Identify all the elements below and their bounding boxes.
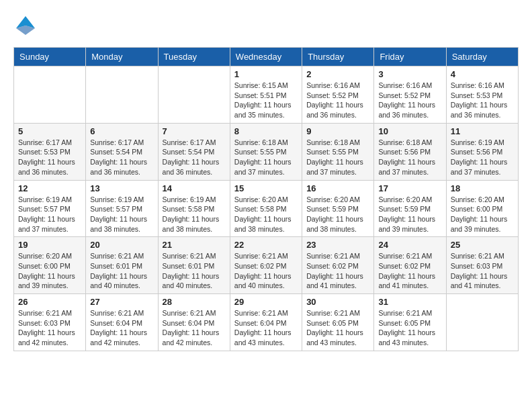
day-info: Sunrise: 6:18 AMSunset: 5:55 PMDaylight:… <box>306 138 369 177</box>
day-info: Sunrise: 6:21 AMSunset: 6:05 PMDaylight:… <box>378 308 441 348</box>
day-cell: 22Sunrise: 6:21 AMSunset: 6:02 PMDayligh… <box>230 237 302 294</box>
day-number: 24 <box>378 240 441 250</box>
day-cell: 26Sunrise: 6:21 AMSunset: 6:03 PMDayligh… <box>14 294 86 351</box>
day-number: 23 <box>306 240 369 250</box>
day-cell: 20Sunrise: 6:21 AMSunset: 6:01 PMDayligh… <box>86 237 158 294</box>
day-number: 21 <box>163 240 226 250</box>
day-info: Sunrise: 6:17 AMSunset: 5:54 PMDaylight:… <box>163 138 226 177</box>
day-cell: 3Sunrise: 6:16 AMSunset: 5:52 PMDaylight… <box>374 66 446 124</box>
logo-icon <box>13 13 38 38</box>
day-info: Sunrise: 6:20 AMSunset: 5:59 PMDaylight:… <box>306 195 369 234</box>
weekday-header-wednesday: Wednesday <box>230 48 302 66</box>
day-cell: 25Sunrise: 6:21 AMSunset: 6:03 PMDayligh… <box>446 237 518 294</box>
day-number: 30 <box>306 297 369 307</box>
day-number: 6 <box>90 126 153 136</box>
day-cell: 11Sunrise: 6:19 AMSunset: 5:56 PMDayligh… <box>446 123 518 180</box>
day-number: 22 <box>234 240 298 250</box>
day-cell: 23Sunrise: 6:21 AMSunset: 6:02 PMDayligh… <box>302 237 374 294</box>
day-number: 31 <box>378 297 441 307</box>
weekday-header-row: SundayMondayTuesdayWednesdayThursdayFrid… <box>14 48 519 66</box>
weekday-header-friday: Friday <box>374 48 446 66</box>
day-cell: 28Sunrise: 6:21 AMSunset: 6:04 PMDayligh… <box>158 294 230 351</box>
day-cell <box>158 66 230 124</box>
day-cell: 2Sunrise: 6:16 AMSunset: 5:52 PMDaylight… <box>302 66 374 124</box>
day-number: 18 <box>451 183 514 193</box>
day-number: 29 <box>234 297 298 307</box>
day-cell: 18Sunrise: 6:20 AMSunset: 6:00 PMDayligh… <box>446 180 518 237</box>
day-cell: 27Sunrise: 6:21 AMSunset: 6:04 PMDayligh… <box>86 294 158 351</box>
day-cell: 24Sunrise: 6:21 AMSunset: 6:02 PMDayligh… <box>374 237 446 294</box>
day-number: 5 <box>18 126 81 136</box>
day-cell <box>446 294 518 351</box>
day-cell: 30Sunrise: 6:21 AMSunset: 6:05 PMDayligh… <box>302 294 374 351</box>
day-number: 26 <box>18 297 81 307</box>
day-number: 28 <box>163 297 226 307</box>
day-info: Sunrise: 6:21 AMSunset: 6:04 PMDaylight:… <box>234 308 298 348</box>
weekday-header-tuesday: Tuesday <box>158 48 230 66</box>
day-info: Sunrise: 6:17 AMSunset: 5:53 PMDaylight:… <box>18 138 81 177</box>
day-number: 8 <box>234 126 298 136</box>
day-cell: 29Sunrise: 6:21 AMSunset: 6:04 PMDayligh… <box>230 294 302 351</box>
weekday-header-sunday: Sunday <box>14 48 86 66</box>
day-info: Sunrise: 6:21 AMSunset: 6:04 PMDaylight:… <box>90 308 153 348</box>
day-info: Sunrise: 6:19 AMSunset: 5:58 PMDaylight:… <box>163 195 226 234</box>
day-number: 10 <box>378 126 441 136</box>
day-info: Sunrise: 6:18 AMSunset: 5:56 PMDaylight:… <box>378 138 441 177</box>
day-cell: 15Sunrise: 6:20 AMSunset: 5:58 PMDayligh… <box>230 180 302 237</box>
day-number: 9 <box>306 126 369 136</box>
day-info: Sunrise: 6:16 AMSunset: 5:52 PMDaylight:… <box>306 81 369 120</box>
day-info: Sunrise: 6:15 AMSunset: 5:51 PMDaylight:… <box>234 81 298 120</box>
day-info: Sunrise: 6:21 AMSunset: 6:05 PMDaylight:… <box>306 308 369 348</box>
day-info: Sunrise: 6:20 AMSunset: 6:00 PMDaylight:… <box>451 195 514 234</box>
day-info: Sunrise: 6:20 AMSunset: 6:00 PMDaylight:… <box>18 251 81 291</box>
day-info: Sunrise: 6:21 AMSunset: 6:02 PMDaylight:… <box>306 251 369 291</box>
day-info: Sunrise: 6:19 AMSunset: 5:57 PMDaylight:… <box>18 195 81 234</box>
weekday-header-thursday: Thursday <box>302 48 374 66</box>
day-number: 12 <box>18 183 81 193</box>
day-number: 15 <box>234 183 298 193</box>
week-row-3: 12Sunrise: 6:19 AMSunset: 5:57 PMDayligh… <box>14 180 519 237</box>
day-cell: 12Sunrise: 6:19 AMSunset: 5:57 PMDayligh… <box>14 180 86 237</box>
day-number: 1 <box>234 69 298 79</box>
week-row-1: 1Sunrise: 6:15 AMSunset: 5:51 PMDaylight… <box>14 66 519 124</box>
day-cell: 17Sunrise: 6:20 AMSunset: 5:59 PMDayligh… <box>374 180 446 237</box>
day-cell: 31Sunrise: 6:21 AMSunset: 6:05 PMDayligh… <box>374 294 446 351</box>
day-cell: 9Sunrise: 6:18 AMSunset: 5:55 PMDaylight… <box>302 123 374 180</box>
weekday-header-monday: Monday <box>86 48 158 66</box>
day-info: Sunrise: 6:16 AMSunset: 5:52 PMDaylight:… <box>378 81 441 120</box>
day-cell <box>86 66 158 124</box>
day-info: Sunrise: 6:17 AMSunset: 5:54 PMDaylight:… <box>90 138 153 177</box>
day-number: 25 <box>451 240 514 250</box>
day-number: 4 <box>451 69 514 79</box>
week-row-2: 5Sunrise: 6:17 AMSunset: 5:53 PMDaylight… <box>14 123 519 180</box>
day-number: 3 <box>378 69 441 79</box>
day-number: 19 <box>18 240 81 250</box>
day-info: Sunrise: 6:21 AMSunset: 6:02 PMDaylight:… <box>234 251 298 291</box>
logo <box>13 13 40 40</box>
week-row-5: 26Sunrise: 6:21 AMSunset: 6:03 PMDayligh… <box>14 294 519 351</box>
day-info: Sunrise: 6:21 AMSunset: 6:03 PMDaylight:… <box>18 308 81 348</box>
day-info: Sunrise: 6:21 AMSunset: 6:04 PMDaylight:… <box>163 308 226 348</box>
day-cell: 7Sunrise: 6:17 AMSunset: 5:54 PMDaylight… <box>158 123 230 180</box>
day-number: 27 <box>90 297 153 307</box>
day-number: 11 <box>451 126 514 136</box>
day-number: 7 <box>163 126 226 136</box>
day-cell: 4Sunrise: 6:16 AMSunset: 5:53 PMDaylight… <box>446 66 518 124</box>
day-info: Sunrise: 6:21 AMSunset: 6:03 PMDaylight:… <box>451 251 514 291</box>
day-info: Sunrise: 6:20 AMSunset: 5:58 PMDaylight:… <box>234 195 298 234</box>
day-cell: 10Sunrise: 6:18 AMSunset: 5:56 PMDayligh… <box>374 123 446 180</box>
day-cell: 16Sunrise: 6:20 AMSunset: 5:59 PMDayligh… <box>302 180 374 237</box>
day-cell: 5Sunrise: 6:17 AMSunset: 5:53 PMDaylight… <box>14 123 86 180</box>
day-info: Sunrise: 6:21 AMSunset: 6:01 PMDaylight:… <box>163 251 226 291</box>
day-info: Sunrise: 6:19 AMSunset: 5:57 PMDaylight:… <box>90 195 153 234</box>
day-number: 13 <box>90 183 153 193</box>
day-cell: 21Sunrise: 6:21 AMSunset: 6:01 PMDayligh… <box>158 237 230 294</box>
day-number: 17 <box>378 183 441 193</box>
day-info: Sunrise: 6:18 AMSunset: 5:55 PMDaylight:… <box>234 138 298 177</box>
day-info: Sunrise: 6:16 AMSunset: 5:53 PMDaylight:… <box>451 81 514 120</box>
weekday-header-saturday: Saturday <box>446 48 518 66</box>
day-cell: 13Sunrise: 6:19 AMSunset: 5:57 PMDayligh… <box>86 180 158 237</box>
day-cell <box>14 66 86 124</box>
calendar-table: SundayMondayTuesdayWednesdayThursdayFrid… <box>13 47 519 351</box>
day-info: Sunrise: 6:21 AMSunset: 6:02 PMDaylight:… <box>378 251 441 291</box>
